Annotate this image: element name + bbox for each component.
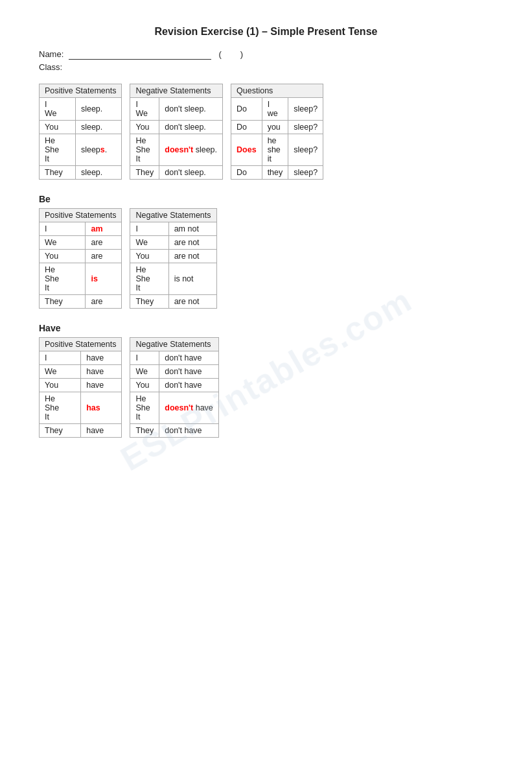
table-row: don't have xyxy=(159,365,219,379)
table-row: sleep. xyxy=(75,98,122,121)
table-row: have xyxy=(81,365,122,379)
table-row: You xyxy=(40,250,86,263)
have-section-title: Have xyxy=(39,323,493,333)
table-row: HeSheIt xyxy=(40,263,86,295)
table-row: don't have xyxy=(159,379,219,392)
table-row: You xyxy=(40,121,76,134)
table-row: We xyxy=(40,365,81,379)
table-row: are not xyxy=(168,250,216,263)
table-row: I xyxy=(130,222,168,236)
table-row: don't sleep. xyxy=(159,121,223,134)
table-row: are xyxy=(86,236,122,250)
table-row: are not xyxy=(168,295,216,309)
table-row: am not xyxy=(168,222,216,236)
table-row: IWe xyxy=(130,98,159,121)
name-paren: ( ) xyxy=(219,49,244,59)
table-row: Does xyxy=(231,134,262,166)
table-row: don't sleep. xyxy=(159,166,223,180)
table-row: hesheit xyxy=(262,134,288,166)
table-row: sleep? xyxy=(288,98,323,121)
table-row: am xyxy=(86,222,122,236)
sleep-tables-row: Positive Statements IWe sleep. You sleep… xyxy=(39,84,493,180)
table-row: They xyxy=(40,166,76,180)
have-negative-table: Negative Statements I don't have We don'… xyxy=(130,337,218,438)
table-row: have xyxy=(81,424,122,438)
table-row: Do xyxy=(231,166,262,180)
table-row: don't sleep. xyxy=(159,98,223,121)
name-label: Name: xyxy=(39,49,64,59)
table-row: are xyxy=(86,295,122,309)
table-row: They xyxy=(40,295,86,309)
page-title: Revision Exercise (1) – Simple Present T… xyxy=(39,26,493,38)
table-row: Do xyxy=(231,98,262,121)
class-line: Class: xyxy=(39,62,493,72)
table-row: HeSheIt xyxy=(130,134,159,166)
table-row: sleep? xyxy=(288,134,323,166)
table-row: You xyxy=(130,379,159,392)
table-row: They xyxy=(130,295,168,309)
table-row: They xyxy=(40,424,81,438)
table-row: don't have xyxy=(159,351,219,365)
table-row: sleeps. xyxy=(75,134,122,166)
table-row: I xyxy=(40,351,81,365)
table-row: HeSheIt xyxy=(130,263,168,295)
table-row: HeSheIt xyxy=(40,392,81,424)
table-row: sleep. xyxy=(75,121,122,134)
class-label: Class: xyxy=(39,62,62,72)
table-row: I xyxy=(40,222,86,236)
have-positive-header: Positive Statements xyxy=(40,338,122,351)
have-tables-row: Positive Statements I have We have You h… xyxy=(39,337,493,438)
sleep-negative-header: Negative Statements xyxy=(130,84,223,98)
name-underline xyxy=(69,49,211,60)
table-row: HeSheIt xyxy=(40,134,76,166)
table-row: We xyxy=(40,236,86,250)
table-row: is not xyxy=(168,263,216,295)
table-row: Iwe xyxy=(262,98,288,121)
table-row: You xyxy=(130,250,168,263)
table-row: I xyxy=(130,351,159,365)
table-row: You xyxy=(130,121,159,134)
table-row: sleep. xyxy=(75,166,122,180)
sleep-negative-table: Negative Statements IWe don't sleep. You… xyxy=(130,84,223,180)
table-row: is xyxy=(86,263,122,295)
table-row: Do xyxy=(231,121,262,134)
table-row: are not xyxy=(168,236,216,250)
be-negative-header: Negative Statements xyxy=(130,209,216,222)
be-positive-table: Positive Statements I am We are You are … xyxy=(39,208,122,309)
table-row: has xyxy=(81,392,122,424)
have-negative-header: Negative Statements xyxy=(130,338,218,351)
sleep-questions-table: Questions Do Iwe sleep? Do you sleep? Do… xyxy=(231,84,323,180)
be-section-title: Be xyxy=(39,194,493,204)
sleep-positive-header: Positive Statements xyxy=(40,84,122,98)
table-row: they xyxy=(262,166,288,180)
table-row: doesn't sleep. xyxy=(159,134,223,166)
table-row: you xyxy=(262,121,288,134)
table-row: We xyxy=(130,236,168,250)
table-row: They xyxy=(130,166,159,180)
table-row: HeSheIt xyxy=(130,392,159,424)
be-positive-header: Positive Statements xyxy=(40,209,122,222)
table-row: IWe xyxy=(40,98,76,121)
table-row: don't have xyxy=(159,424,219,438)
table-row: have xyxy=(81,379,122,392)
table-row: You xyxy=(40,379,81,392)
have-positive-table: Positive Statements I have We have You h… xyxy=(39,337,122,438)
name-line: Name: ( ) xyxy=(39,49,493,60)
table-row: are xyxy=(86,250,122,263)
table-row: sleep? xyxy=(288,121,323,134)
be-negative-table: Negative Statements I am not We are not … xyxy=(130,208,216,309)
table-row: sleep? xyxy=(288,166,323,180)
sleep-positive-table: Positive Statements IWe sleep. You sleep… xyxy=(39,84,122,180)
table-row: They xyxy=(130,424,159,438)
table-row: doesn't have xyxy=(159,392,219,424)
sleep-questions-header: Questions xyxy=(231,84,323,98)
table-row: have xyxy=(81,351,122,365)
be-tables-row: Positive Statements I am We are You are … xyxy=(39,208,493,309)
table-row: We xyxy=(130,365,159,379)
